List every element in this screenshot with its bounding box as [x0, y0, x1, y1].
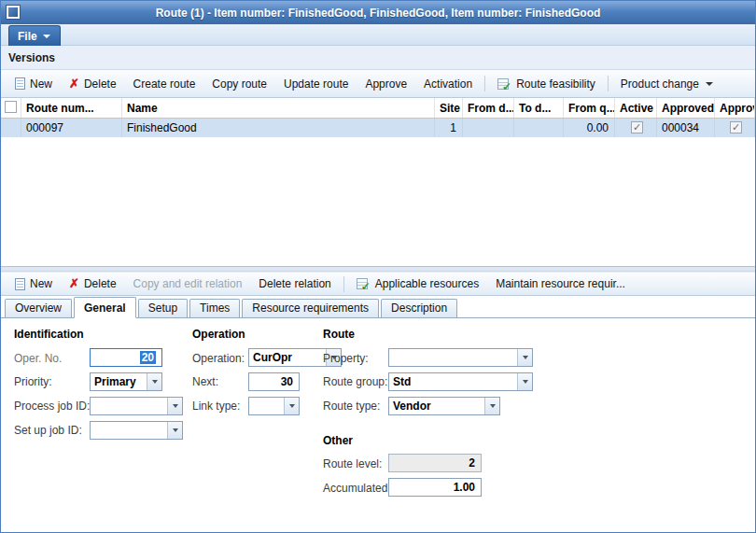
- route-group-value: Std: [389, 375, 517, 388]
- cell-name: FinishedGood: [122, 119, 435, 137]
- identification-group-title: Identification: [14, 328, 84, 341]
- column-header-approved[interactable]: Approv...: [715, 98, 755, 118]
- route-type-combobox[interactable]: Vendor: [388, 397, 500, 415]
- row-select-cell[interactable]: [1, 119, 21, 137]
- column-header-active[interactable]: Active: [615, 98, 657, 118]
- chevron-down-icon[interactable]: [517, 373, 532, 390]
- approved-checkbox: [730, 121, 742, 133]
- chevron-down-icon[interactable]: [284, 398, 299, 414]
- product-change-button[interactable]: Product change: [612, 74, 721, 94]
- priority-combobox[interactable]: Primary: [90, 372, 162, 391]
- maintain-resource-requirements-label: Maintain resource requir...: [496, 277, 625, 290]
- chevron-down-icon[interactable]: [147, 373, 161, 390]
- file-menu-button[interactable]: File: [8, 25, 61, 46]
- property-combobox[interactable]: [388, 348, 533, 367]
- tab-resource-requirements[interactable]: Resource requirements: [242, 299, 379, 317]
- relation-delete-button[interactable]: Delete: [61, 274, 125, 294]
- column-header-site[interactable]: Site: [435, 98, 463, 118]
- versions-grid-header: Route num... Name Site From d... To d...…: [1, 98, 755, 119]
- new-record-icon: [15, 77, 25, 90]
- route-group-label: Route group:: [323, 375, 387, 388]
- title-bar: Route (1) - Item number: FinishedGood, F…: [1, 1, 755, 24]
- select-all-checkbox[interactable]: [5, 101, 17, 113]
- column-header-to-date[interactable]: To d...: [514, 98, 564, 118]
- delete-button-label: Delete: [84, 77, 117, 91]
- tab-overview[interactable]: Overview: [5, 299, 72, 317]
- relation-new-button[interactable]: New: [7, 274, 61, 294]
- copy-route-button[interactable]: Copy route: [203, 74, 275, 94]
- operation-value: CurOpr: [249, 351, 326, 364]
- link-type-combobox[interactable]: [248, 397, 300, 415]
- chevron-down-icon[interactable]: [167, 398, 182, 414]
- priority-value: Primary: [91, 375, 147, 388]
- chevron-down-icon[interactable]: [167, 422, 182, 439]
- next-field[interactable]: 30: [248, 372, 300, 391]
- route-level-label: Route level:: [323, 457, 382, 470]
- accumulated-field[interactable]: 1.00: [388, 478, 482, 497]
- chevron-down-icon: [43, 35, 50, 38]
- priority-label: Priority:: [14, 375, 52, 388]
- detail-tabs: Overview General Setup Times Resource re…: [1, 296, 755, 318]
- grid-empty-area: [1, 137, 755, 266]
- process-job-id-combobox[interactable]: [90, 397, 183, 415]
- versions-section-label: Versions: [8, 51, 55, 64]
- cell-from-qty: 0.00: [564, 119, 615, 137]
- approve-label: Approve: [365, 77, 407, 91]
- tab-general[interactable]: General: [74, 297, 136, 318]
- route-feasibility-button[interactable]: Route feasibility: [489, 74, 604, 94]
- table-row[interactable]: 000097 FinishedGood 1 0.00 000034: [1, 119, 755, 137]
- chevron-down-icon[interactable]: [517, 349, 532, 366]
- approve-button[interactable]: Approve: [357, 74, 415, 94]
- setup-job-id-combobox[interactable]: [90, 421, 183, 440]
- versions-toolbar: New Delete Create route Copy route Updat…: [1, 70, 755, 98]
- tab-setup[interactable]: Setup: [138, 299, 188, 317]
- delete-button[interactable]: Delete: [61, 74, 125, 94]
- cell-from-date: [463, 119, 514, 137]
- create-route-button[interactable]: Create route: [125, 74, 204, 94]
- applicable-resources-button[interactable]: Applicable resources: [348, 274, 487, 294]
- oper-no-field[interactable]: 20: [90, 348, 162, 367]
- property-label: Property:: [323, 352, 369, 365]
- column-header-from-qty[interactable]: From q...: [564, 98, 615, 118]
- new-record-icon: [15, 278, 25, 290]
- relation-new-label: New: [30, 277, 52, 290]
- operation-group-title: Operation: [192, 328, 245, 341]
- column-header-from-date[interactable]: From d...: [463, 98, 514, 118]
- app-icon[interactable]: [6, 5, 21, 20]
- delete-icon: [69, 77, 79, 91]
- cell-active: [615, 119, 657, 137]
- route-group-combobox[interactable]: Std: [388, 372, 533, 391]
- cell-approved-by: 000034: [657, 119, 715, 137]
- select-all-cell[interactable]: [1, 98, 21, 118]
- grid-green-check-icon: [497, 78, 509, 90]
- column-header-route-number[interactable]: Route num...: [21, 98, 122, 118]
- route-feasibility-label: Route feasibility: [516, 77, 595, 91]
- copy-route-label: Copy route: [212, 77, 267, 91]
- chevron-down-icon[interactable]: [484, 398, 499, 414]
- delete-relation-button[interactable]: Delete relation: [250, 274, 339, 294]
- tab-times[interactable]: Times: [189, 299, 240, 317]
- route-group-title: Route: [323, 328, 355, 341]
- window-title: Route (1) - Item number: FinishedGood, F…: [156, 7, 601, 20]
- new-button[interactable]: New: [7, 74, 61, 94]
- create-route-label: Create route: [133, 77, 196, 91]
- tab-description[interactable]: Description: [381, 299, 457, 317]
- column-header-approved-by[interactable]: Approved...: [657, 98, 715, 118]
- operation-label: Operation:: [192, 352, 245, 365]
- update-route-button[interactable]: Update route: [275, 74, 357, 94]
- route-type-label: Route type:: [323, 400, 380, 413]
- activation-button[interactable]: Activation: [415, 74, 481, 94]
- grid-green-check-icon: [357, 278, 368, 289]
- active-checkbox: [631, 121, 643, 133]
- delete-icon: [69, 277, 79, 290]
- toolbar-separator: [608, 76, 609, 91]
- maintain-resource-requirements-button[interactable]: Maintain resource requir...: [487, 274, 634, 294]
- new-button-label: New: [30, 77, 52, 91]
- chevron-down-icon: [706, 82, 713, 86]
- column-header-name[interactable]: Name: [122, 98, 435, 118]
- route-window: Route (1) - Item number: FinishedGood, F…: [0, 0, 756, 533]
- oper-no-value: 20: [140, 351, 156, 364]
- product-change-label: Product change: [621, 77, 699, 91]
- menu-row: File: [1, 24, 755, 46]
- route-level-field: 2: [388, 454, 482, 472]
